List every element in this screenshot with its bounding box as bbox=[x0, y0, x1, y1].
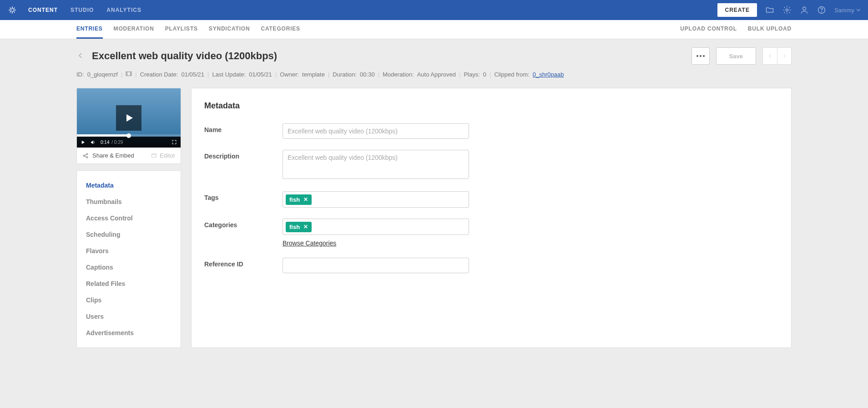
video-progress-bar[interactable] bbox=[77, 134, 181, 137]
svg-line-6 bbox=[10, 11, 11, 12]
editor-button: Editor bbox=[151, 152, 175, 159]
label-name: Name bbox=[204, 123, 283, 139]
app-logo[interactable] bbox=[7, 5, 17, 15]
content-row: 0:14 / 0:29 Share & Embed Editor bbox=[76, 88, 792, 348]
sidenav-access-control[interactable]: Access Control bbox=[77, 210, 181, 226]
page-header: Excellent web quality video (1200kbps) S… bbox=[76, 47, 792, 65]
meta-owner-label: Owner: bbox=[280, 71, 299, 78]
arrow-left-icon bbox=[767, 53, 773, 59]
label-tags: Tags bbox=[204, 191, 283, 208]
category-chip-label: fish bbox=[289, 224, 300, 230]
meta-id-value: 0_gloqemzf bbox=[87, 71, 118, 78]
svg-line-7 bbox=[13, 8, 15, 9]
subnav-syndication[interactable]: SYNDICATION bbox=[209, 20, 250, 39]
svg-point-11 bbox=[822, 12, 822, 12]
meta-creation-value: 01/05/21 bbox=[181, 71, 204, 78]
browse-categories-link[interactable]: Browse Categories bbox=[283, 240, 336, 247]
subnav-categories[interactable]: CATEGORIES bbox=[261, 20, 300, 39]
sidenav-flavors[interactable]: Flavors bbox=[77, 243, 181, 259]
separator: | bbox=[121, 71, 122, 78]
page-body: Excellent web quality video (1200kbps) S… bbox=[0, 39, 868, 366]
sub-nav: ENTRIES MODERATION PLAYLISTS SYNDICATION… bbox=[76, 20, 300, 39]
meta-creation-label: Creation Date: bbox=[140, 71, 178, 78]
create-button[interactable]: CREATE bbox=[717, 3, 757, 17]
meta-clipped-label: Clipped from: bbox=[494, 71, 529, 78]
player-box: 0:14 / 0:29 Share & Embed Editor bbox=[76, 88, 181, 164]
sidenav-related-files[interactable]: Related Files bbox=[77, 275, 181, 292]
meta-owner-value: template bbox=[302, 71, 325, 78]
category-chip: fish ✕ bbox=[286, 222, 312, 232]
media-type-icon bbox=[126, 71, 132, 78]
video-preview[interactable]: 0:14 / 0:29 bbox=[77, 88, 181, 148]
top-nav: CONTENT STUDIO ANALYTICS bbox=[28, 7, 141, 13]
svg-line-26 bbox=[85, 156, 87, 157]
top-bar: CONTENT STUDIO ANALYTICS CREATE Sammy bbox=[0, 0, 868, 20]
svg-point-12 bbox=[696, 55, 698, 57]
categories-input[interactable]: fish ✕ bbox=[283, 219, 469, 235]
play-button[interactable] bbox=[81, 140, 86, 145]
top-nav-analytics[interactable]: ANALYTICS bbox=[106, 7, 141, 13]
description-input[interactable] bbox=[283, 150, 469, 179]
subnav-bulk-upload[interactable]: BULK UPLOAD bbox=[748, 20, 792, 39]
subnav-entries[interactable]: ENTRIES bbox=[76, 20, 103, 39]
more-actions-button[interactable] bbox=[691, 47, 710, 65]
sidenav-thumbnails[interactable]: Thumbnails bbox=[77, 194, 181, 210]
meta-update-label: Last Update: bbox=[212, 71, 246, 78]
share-label: Share & Embed bbox=[92, 152, 134, 159]
reference-input[interactable] bbox=[283, 258, 469, 273]
page-header-left: Excellent web quality video (1200kbps) bbox=[76, 50, 277, 62]
sidenav-metadata[interactable]: Metadata bbox=[77, 177, 181, 194]
subnav-moderation[interactable]: MODERATION bbox=[114, 20, 154, 39]
tags-input[interactable]: fish ✕ bbox=[283, 191, 469, 208]
back-arrow-icon[interactable] bbox=[76, 51, 85, 61]
top-bar-left: CONTENT STUDIO ANALYTICS bbox=[7, 5, 141, 15]
main-panel: Metadata Name Description Tags fi bbox=[191, 88, 792, 348]
share-embed-button[interactable]: Share & Embed bbox=[82, 152, 134, 159]
fullscreen-button[interactable] bbox=[172, 139, 177, 145]
sidenav-advertisements[interactable]: Advertisements bbox=[77, 325, 181, 341]
svg-rect-27 bbox=[152, 154, 156, 158]
svg-line-5 bbox=[13, 11, 15, 12]
username-menu[interactable]: Sammy bbox=[834, 7, 861, 14]
top-bar-right: CREATE Sammy bbox=[717, 3, 861, 17]
category-remove-icon[interactable]: ✕ bbox=[303, 224, 308, 230]
video-time: 0:14 / 0:29 bbox=[101, 140, 123, 145]
sidenav-users[interactable]: Users bbox=[77, 308, 181, 325]
play-overlay-button[interactable] bbox=[116, 105, 141, 131]
sub-bar: ENTRIES MODERATION PLAYLISTS SYNDICATION… bbox=[0, 20, 868, 39]
sidenav-clips[interactable]: Clips bbox=[77, 292, 181, 308]
subnav-playlists[interactable]: PLAYLISTS bbox=[165, 20, 198, 39]
user-icon[interactable] bbox=[800, 5, 809, 15]
separator: | bbox=[328, 71, 329, 78]
meta-duration-label: Duration: bbox=[333, 71, 357, 78]
help-icon[interactable] bbox=[817, 5, 826, 15]
top-nav-studio[interactable]: STUDIO bbox=[71, 7, 94, 13]
name-input[interactable] bbox=[283, 123, 469, 139]
prev-next-group bbox=[762, 47, 792, 65]
svg-rect-15 bbox=[126, 72, 131, 76]
tag-chip: fish ✕ bbox=[286, 194, 312, 205]
top-nav-content[interactable]: CONTENT bbox=[28, 7, 58, 13]
separator: | bbox=[490, 71, 491, 78]
folder-icon[interactable] bbox=[765, 5, 774, 15]
label-description: Description bbox=[204, 150, 283, 180]
sidenav-captions[interactable]: Captions bbox=[77, 259, 181, 275]
meta-plays-label: Plays: bbox=[464, 71, 479, 78]
meta-line: ID: 0_gloqemzf | | Creation Date: 01/05/… bbox=[76, 71, 792, 78]
meta-clipped-link[interactable]: 0_shr0paab bbox=[533, 71, 564, 78]
gear-icon[interactable] bbox=[782, 5, 792, 15]
separator: | bbox=[135, 71, 136, 78]
sub-nav-right: UPLOAD CONTROL BULK UPLOAD bbox=[680, 20, 792, 39]
tag-remove-icon[interactable]: ✕ bbox=[303, 196, 308, 203]
arrow-right-icon bbox=[782, 53, 787, 59]
svg-point-8 bbox=[786, 9, 788, 11]
sidenav-scheduling[interactable]: Scheduling bbox=[77, 226, 181, 243]
editor-icon bbox=[151, 153, 157, 158]
svg-point-13 bbox=[700, 55, 701, 57]
save-button: Save bbox=[716, 47, 756, 65]
volume-button[interactable] bbox=[90, 139, 96, 145]
label-categories: Categories bbox=[204, 219, 283, 247]
meta-update-value: 01/05/21 bbox=[249, 71, 272, 78]
subnav-upload-control[interactable]: UPLOAD CONTROL bbox=[680, 20, 737, 39]
separator: | bbox=[207, 71, 209, 78]
